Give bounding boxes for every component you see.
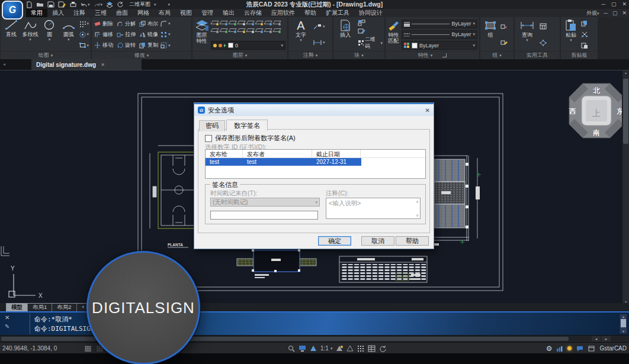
save-as-icon[interactable] — [58, 1, 66, 8]
annotation-add-scale-icon[interactable] — [346, 345, 354, 352]
comment-textarea[interactable]: <输入说明> ∧ ∨ — [326, 198, 421, 219]
menu-tab-apps[interactable]: 应用软件 — [267, 9, 300, 17]
new-file-icon[interactable] — [26, 1, 33, 8]
open-file-icon[interactable] — [36, 1, 44, 8]
redo-button[interactable]: ▾ — [94, 2, 103, 8]
menu-tab-output[interactable]: 输出 — [218, 9, 239, 17]
qat-options-icon[interactable]: ▾ — [168, 3, 171, 7]
bulb-icon[interactable] — [567, 346, 572, 350]
draw-circle-button[interactable]: 圆▾ — [41, 18, 58, 51]
annotation-visibility-icon[interactable] — [310, 345, 317, 352]
tab-layout1[interactable]: 布局1 — [28, 304, 52, 311]
digital-id-table-header[interactable]: 发布给 发布者 截止日期 — [206, 150, 425, 158]
plot-icon[interactable] — [69, 1, 77, 8]
layer-select[interactable]: 0 ▾ — [211, 41, 285, 50]
measure-button[interactable]: 查询▾ — [516, 18, 538, 51]
attach-signature-checkbox[interactable]: 保存图形后附着数字签名(A) — [205, 134, 296, 143]
hscroll-left-icon[interactable]: ◂ — [592, 336, 601, 342]
group-button[interactable]: 组 — [482, 18, 499, 51]
snap-icon[interactable] — [84, 345, 92, 352]
menu-tab-layout[interactable]: 布局 — [154, 9, 175, 17]
menu-tab-express[interactable]: 扩展工具 — [321, 9, 354, 17]
layer-walk-icon[interactable] — [246, 27, 254, 33]
dialog-close-icon[interactable]: ✕ — [425, 107, 430, 114]
timestamp-select[interactable]: (无时间戳记) ▾ — [210, 198, 320, 207]
modify-erase-button[interactable]: 删除 — [94, 18, 114, 29]
document-tab[interactable]: Digital signature.dwg ✕ — [31, 59, 142, 70]
panel-properties-footer[interactable]: 特性▾ — [386, 51, 479, 59]
layer-off-icon[interactable] — [211, 27, 219, 33]
tab-scroll-left-icon[interactable]: ◂ — [3, 62, 5, 67]
tab-digital-signature[interactable]: 数字签名 — [226, 120, 268, 131]
digital-id-row-selected[interactable]: test test 2027-12-31 — [206, 158, 361, 166]
point-id-button[interactable] — [540, 40, 547, 46]
panel-layers-footer[interactable]: 图层▾ — [192, 51, 287, 59]
lineweight-select[interactable]: ByLayer▾ — [402, 20, 477, 28]
modify-scale-button[interactable]: ▾ — [161, 42, 171, 49]
layer-prev-icon[interactable] — [273, 19, 281, 25]
draw-polyline-button[interactable]: 多段线▾ — [21, 18, 38, 51]
block-editor-button[interactable] — [358, 28, 383, 34]
nav-compass[interactable]: 上 北 南 西 东 — [569, 83, 624, 138]
appearance-menu[interactable]: 外观▾ — [586, 9, 599, 17]
doc-close-icon[interactable]: ✕ — [622, 10, 627, 16]
command-scroll-up-icon[interactable]: ▴ — [620, 314, 627, 318]
paste-special-button[interactable] — [581, 43, 588, 49]
command-close-icon[interactable]: ✕ — [5, 314, 9, 321]
undo-button[interactable]: ▾ — [81, 2, 90, 8]
help-button[interactable]: 帮助 — [396, 236, 429, 246]
col-issued-to[interactable]: 发布给 — [206, 150, 243, 157]
fullscreen-icon[interactable] — [588, 346, 595, 352]
hscroll-right-icon[interactable]: ▸ — [602, 336, 611, 342]
text-button[interactable]: A 文字▾ — [290, 18, 312, 51]
menu-tab-annotate[interactable]: 注释 — [69, 9, 90, 17]
dialog-title-bar[interactable]: G 安全选项 ✕ — [194, 103, 434, 116]
magnifier-icon[interactable] — [288, 345, 295, 352]
dimension-button[interactable]: ▾ — [313, 40, 325, 46]
ok-button[interactable]: 确定 — [318, 236, 351, 246]
settings-gear-icon[interactable]: ⚙ — [546, 344, 553, 353]
layer-restore-icon[interactable] — [273, 27, 281, 33]
modify-offset-button[interactable]: 偏移 — [94, 29, 114, 40]
checkbox-box-icon[interactable] — [205, 135, 212, 142]
panel-modify-footer[interactable]: 修改▾ — [92, 51, 191, 59]
layer-color-icon[interactable] — [238, 19, 245, 25]
paste-button[interactable]: 粘贴▾ — [563, 18, 579, 51]
group-edit-button[interactable] — [500, 40, 508, 46]
cancel-button[interactable]: 取消 — [361, 236, 394, 246]
panel-utilities-footer[interactable]: 实用工具 — [515, 51, 560, 59]
modify-rotate-button[interactable]: 旋转 — [116, 40, 136, 51]
properties-dialog-launcher-icon[interactable] — [442, 53, 447, 57]
layer-freeze-icon[interactable] — [220, 19, 227, 25]
panel-block-footer[interactable]: 块▾ — [333, 51, 384, 59]
compass-west[interactable]: 西 — [569, 107, 576, 115]
comment-scroll-down-icon[interactable]: ∨ — [416, 213, 419, 217]
menu-tab-help[interactable]: 帮助 — [300, 9, 321, 17]
col-expiration[interactable]: 截止日期 — [312, 150, 361, 157]
menu-tab-view[interactable]: 视图 — [175, 9, 197, 17]
canvas-vertical-scrollbar[interactable]: ▴ ▾ — [622, 70, 629, 304]
sync-icon[interactable] — [379, 345, 386, 352]
layer-isolate-icon[interactable] — [246, 19, 254, 25]
close-icon[interactable]: ✕ — [622, 0, 627, 9]
menu-tab-3d[interactable]: 三维 — [90, 9, 111, 17]
layer-delete-icon[interactable] — [264, 27, 272, 33]
menu-tab-surface[interactable]: 曲面 — [111, 9, 133, 17]
tab-model[interactable]: 模型 — [7, 304, 28, 311]
tab-password[interactable]: 密码 — [199, 120, 225, 131]
layer-current-icon[interactable] — [238, 27, 245, 33]
modify-mirror-button[interactable]: 镜像 — [139, 29, 159, 40]
gstarcad-logo-icon[interactable]: G — [2, 1, 23, 20]
compass-north[interactable]: 北 — [592, 86, 601, 95]
layer-unisolate-icon[interactable] — [255, 19, 263, 25]
menu-tab-collaborate[interactable]: 协同设计 — [354, 9, 387, 17]
copy-clip-button[interactable] — [581, 21, 588, 27]
tab-layout2[interactable]: 布局2 — [52, 304, 76, 311]
maximize-icon[interactable]: ▢ — [611, 0, 617, 9]
vertical-scroll-thumb[interactable] — [623, 79, 628, 144]
doc-minimize-icon[interactable]: ─ — [604, 10, 608, 16]
layer-thaw-icon[interactable] — [220, 27, 227, 33]
draw-arc-button[interactable]: 圆弧▾ — [60, 18, 77, 51]
minimize-icon[interactable]: ─ — [602, 0, 605, 9]
feedback-icon[interactable] — [576, 346, 583, 352]
